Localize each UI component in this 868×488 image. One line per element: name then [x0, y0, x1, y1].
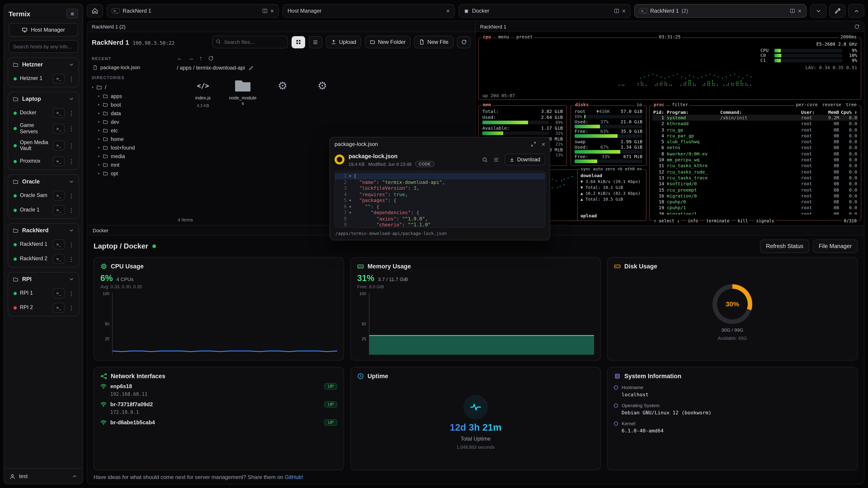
host-terminal-button[interactable]: >_: [53, 156, 65, 166]
host-terminal-button[interactable]: >_: [53, 254, 65, 264]
close-icon[interactable]: ×: [541, 140, 545, 148]
view-mode-icon[interactable]: [493, 157, 499, 162]
tree-directory[interactable]: ▸ home: [92, 135, 167, 143]
tab-close-icon[interactable]: ×: [270, 8, 274, 14]
tab[interactable]: Host Manager ×: [283, 4, 455, 18]
group-header[interactable]: Oracle: [8, 175, 79, 188]
tree-directory[interactable]: ▸ boot: [92, 100, 167, 109]
collapse-button[interactable]: [848, 4, 864, 18]
new-folder-button[interactable]: New Folder: [365, 36, 411, 48]
process-row[interactable]: 6 netns root 0B 0.0: [652, 145, 858, 151]
process-row[interactable]: 11 rcu_tasks_kthre root 0B 0.0: [652, 163, 858, 169]
tree-directory[interactable]: ▸ mnt: [92, 160, 167, 169]
tree-root[interactable]: ▾ /: [92, 83, 167, 92]
process-row[interactable]: 8 kworker/0:0H-ev root 0B 0.0: [652, 151, 858, 157]
split-view-icon[interactable]: [614, 8, 619, 13]
process-row[interactable]: 15 rcu_preempt root 0B 0.0: [652, 187, 858, 193]
process-row[interactable]: 10 mm_percpu_wq root 0B 0.0: [652, 157, 858, 163]
host-terminal-button[interactable]: >_: [53, 205, 65, 215]
home-button[interactable]: [87, 4, 103, 18]
process-row[interactable]: 3 rcu_gp root 0B 0.0: [652, 127, 858, 133]
tree-directory[interactable]: ▸ lost+found: [92, 143, 167, 152]
host-item[interactable]: Docker >_ ⋮: [8, 106, 79, 120]
host-menu-button[interactable]: ⋮: [68, 239, 75, 250]
tree-directory[interactable]: ▸ opt: [92, 169, 167, 177]
process-row[interactable]: 5 slub_flushwq root 0B 0.0: [652, 139, 858, 145]
new-file-button[interactable]: New File: [414, 36, 454, 48]
process-row[interactable]: 14 ksoftirqd/0 root 0B 0.0: [652, 181, 858, 187]
download-button[interactable]: Download: [504, 154, 545, 165]
host-item[interactable]: RPI 1 >_ ⋮: [8, 286, 79, 300]
tree-directory[interactable]: ▸ dev: [92, 118, 167, 126]
code-preview[interactable]: 1▾{2 "name": "termix-download-api",3 "lo…: [335, 171, 545, 228]
search-icon[interactable]: [482, 157, 488, 162]
forward-button[interactable]: →: [188, 55, 194, 61]
process-row[interactable]: 12 rcu_tasks_rude_ root 0B 0.0: [652, 169, 858, 175]
process-row[interactable]: 18 cpuhp/0 root 0B 0.0: [652, 199, 858, 205]
file-tile[interactable]: index.js 4.3 KB: [188, 79, 217, 108]
file-tile[interactable]: [268, 79, 297, 108]
github-link[interactable]: GitHub!: [285, 474, 303, 480]
split-view-icon[interactable]: [262, 8, 268, 13]
tree-directory[interactable]: ▸ media: [92, 152, 167, 160]
process-row[interactable]: 16 migration/0 root 0B 0.0: [652, 193, 858, 199]
tree-directory[interactable]: ▸ data: [92, 109, 167, 118]
chevron-down-icon[interactable]: [69, 276, 74, 282]
host-terminal-button[interactable]: >_: [53, 191, 65, 201]
tree-directory[interactable]: ▸ apps: [92, 92, 167, 100]
host-terminal-button[interactable]: >_: [53, 303, 65, 313]
host-menu-button[interactable]: ⋮: [68, 124, 75, 134]
refresh-path-button[interactable]: [208, 55, 213, 61]
host-item[interactable]: RackNerd 2 >_ ⋮: [8, 252, 79, 266]
split-view-icon[interactable]: [790, 8, 795, 13]
tools-button[interactable]: [829, 4, 845, 18]
host-item[interactable]: Game Servers >_ ⋮: [8, 120, 79, 137]
up-button[interactable]: ↑: [199, 55, 202, 61]
host-menu-button[interactable]: ⋮: [68, 288, 75, 298]
group-header[interactable]: Hetzner: [8, 58, 79, 71]
file-tile[interactable]: node_modules: [228, 79, 257, 108]
host-menu-button[interactable]: ⋮: [68, 108, 75, 118]
tab[interactable]: RackNerd 1 ×: [107, 4, 279, 18]
host-menu-button[interactable]: ⋮: [68, 303, 75, 313]
host-item[interactable]: Open Media Vault >_ ⋮: [8, 137, 79, 154]
chevron-down-icon[interactable]: [69, 228, 74, 233]
host-terminal-button[interactable]: >_: [53, 74, 65, 84]
host-menu-button[interactable]: ⋮: [68, 191, 75, 201]
file-search-input[interactable]: [212, 36, 288, 48]
chevron-down-icon[interactable]: [69, 62, 74, 67]
host-item[interactable]: RPI 2 >_ ⋮: [8, 300, 79, 315]
host-terminal-button[interactable]: >_: [53, 124, 65, 134]
group-header[interactable]: Laptop: [8, 92, 79, 106]
host-menu-button[interactable]: ⋮: [68, 254, 75, 264]
user-menu[interactable]: test: [4, 468, 83, 484]
host-menu-button[interactable]: ⋮: [68, 141, 75, 151]
sidebar-menu-button[interactable]: ≡: [66, 8, 78, 19]
host-item[interactable]: Oracle 1 >_ ⋮: [8, 203, 79, 217]
file-manager-button[interactable]: File Manager: [813, 239, 858, 253]
tab[interactable]: RackNerd 1 (2) ×: [634, 4, 807, 18]
host-terminal-button[interactable]: >_: [53, 239, 65, 250]
tab-close-icon[interactable]: ×: [622, 8, 626, 14]
host-search-input[interactable]: [8, 40, 78, 53]
upload-button[interactable]: Upload: [326, 36, 361, 48]
host-terminal-button[interactable]: >_: [53, 108, 65, 118]
chevron-down-icon[interactable]: [69, 179, 74, 184]
list-view-button[interactable]: [309, 36, 322, 48]
back-button[interactable]: ←: [177, 55, 183, 61]
host-menu-button[interactable]: ⋮: [68, 205, 75, 215]
host-terminal-button[interactable]: >_: [53, 141, 65, 151]
host-item[interactable]: Proxmox >_ ⋮: [8, 154, 79, 168]
host-item[interactable]: Hetzner 1 >_ ⋮: [8, 71, 79, 86]
refresh-status-button[interactable]: Refresh Status: [760, 239, 809, 253]
process-row[interactable]: 4 rcu_par_gp root 0B 0.0: [652, 133, 858, 139]
host-item[interactable]: Oracle Sam >_ ⋮: [8, 188, 79, 203]
recent-file[interactable]: package-lock.json: [92, 64, 167, 71]
reconnect-icon[interactable]: [854, 24, 860, 29]
process-row[interactable]: 19 cpuhp/1 root 0B 0.0: [652, 205, 858, 211]
tab-close-icon[interactable]: ×: [798, 8, 802, 14]
tab-list-button[interactable]: [810, 4, 827, 18]
host-menu-button[interactable]: ⋮: [68, 156, 75, 166]
edit-path-icon[interactable]: [249, 65, 254, 70]
tree-directory[interactable]: ▸ etc: [92, 126, 167, 135]
